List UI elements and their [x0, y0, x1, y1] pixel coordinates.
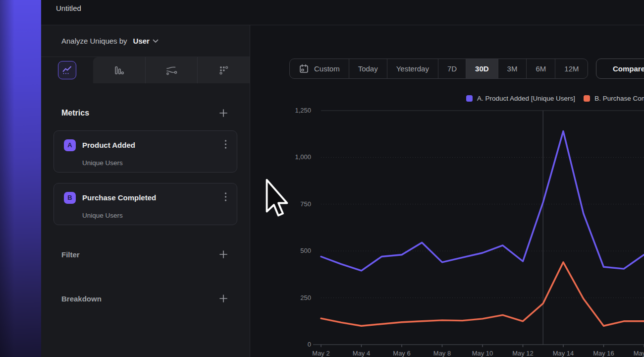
- y-tick-label: 750: [300, 200, 311, 208]
- breakdown-label: Breakdown: [61, 295, 102, 303]
- y-tick-label: 0: [308, 341, 311, 348]
- series-line-a[interactable]: [321, 131, 644, 271]
- legend-swatch-b: [584, 95, 590, 102]
- y-tick-label: 250: [300, 294, 311, 301]
- tab-line-chart[interactable]: [58, 61, 76, 79]
- metric-title: Product Added: [82, 141, 223, 149]
- tab-bar-chart[interactable]: [93, 57, 145, 83]
- x-tick-label: May 16: [593, 350, 614, 357]
- calendar-icon: [299, 63, 309, 74]
- breakdown-section-header: Breakdown: [41, 291, 250, 306]
- x-tick-label: May 6: [393, 350, 410, 357]
- x-tick-label: May 14: [553, 350, 574, 357]
- metric-options-button[interactable]: [223, 190, 228, 205]
- metric-subtitle: Unique Users: [82, 159, 228, 167]
- query-sidebar: Analyze Uniques by User: [41, 25, 250, 357]
- metric-subtitle: Unique Users: [82, 212, 228, 219]
- legend-swatch-a: [466, 95, 473, 102]
- legend-label-b: B. Purchase Completed [Unique Users]: [594, 95, 644, 102]
- y-tick-label: 500: [300, 247, 311, 254]
- visualization-tabs: [41, 57, 250, 83]
- chart-plot-area: [321, 111, 644, 349]
- plus-icon: [219, 109, 228, 118]
- compare-button[interactable]: Compare: [596, 59, 644, 79]
- chart-panel: Custom Today Yesterday 7D 30D 3M 6M 12M …: [250, 25, 644, 357]
- kebab-menu-icon: [224, 139, 227, 149]
- range-yesterday[interactable]: Yesterday: [387, 59, 438, 78]
- add-metric-button[interactable]: [219, 109, 228, 118]
- range-custom[interactable]: Custom: [290, 59, 349, 78]
- add-breakdown-button[interactable]: [219, 294, 228, 303]
- filter-label: Filter: [61, 250, 80, 259]
- x-tick-label: May 12: [512, 350, 534, 357]
- x-tick-label: May 2: [312, 350, 329, 357]
- metrics-section-header: Metrics: [41, 106, 250, 120]
- chevron-down-icon: [153, 39, 159, 43]
- top-bar: Untitled: [41, 0, 644, 25]
- plus-icon: [219, 294, 228, 303]
- x-tick-label: May 4: [353, 350, 370, 357]
- metrics-label: Metrics: [61, 109, 89, 118]
- range-6m[interactable]: 6M: [526, 59, 555, 78]
- analyze-by-value: User: [133, 37, 150, 45]
- plus-icon: [219, 250, 228, 259]
- app-window: Untitled Analyze Uniques by User: [0, 0, 644, 357]
- range-12m[interactable]: 12M: [555, 59, 588, 78]
- legend-item-a: A. Product Added [Unique Users]: [466, 95, 575, 102]
- metric-card-product-added[interactable]: A Product Added Unique Users: [54, 130, 237, 173]
- analyze-by-label: Analyze Uniques by: [61, 37, 127, 45]
- y-tick-label: 1,250: [295, 107, 311, 114]
- bar-chart-icon: [113, 65, 124, 76]
- metric-badge-a: A: [64, 139, 76, 151]
- legend-item-b: B. Purchase Completed [Unique Users]: [584, 95, 644, 102]
- metric-badge-b: B: [64, 192, 76, 204]
- range-30d[interactable]: 30D: [466, 59, 498, 78]
- retention-grid-icon: [218, 65, 229, 76]
- metric-card-purchase-completed[interactable]: B Purchase Completed Unique Users: [54, 183, 237, 225]
- line-chart-icon: [62, 65, 72, 75]
- range-7d[interactable]: 7D: [438, 59, 466, 78]
- report-panel: Untitled Analyze Uniques by User: [41, 0, 644, 357]
- background-gradient-strip: [0, 0, 41, 357]
- series-line-b[interactable]: [321, 262, 644, 326]
- tab-retention[interactable]: [197, 57, 250, 83]
- x-tick-label: May 8: [433, 350, 451, 357]
- line-chart[interactable]: 02505007501,0001,250 May 2May 4May 6May …: [321, 111, 644, 345]
- legend-label-a: A. Product Added [Unique Users]: [477, 95, 575, 102]
- y-tick-label: 1,000: [295, 153, 311, 161]
- analyze-by-row: Analyze Uniques by User: [41, 25, 250, 57]
- range-3m[interactable]: 3M: [498, 59, 527, 78]
- tab-flows[interactable]: [145, 57, 198, 83]
- visualization-tab-strip: [93, 57, 250, 83]
- range-today[interactable]: Today: [349, 59, 387, 78]
- x-tick-label: May 10: [472, 350, 493, 357]
- metric-title: Purchase Completed: [82, 193, 223, 202]
- flows-icon: [165, 65, 177, 76]
- filter-section-header: Filter: [41, 247, 250, 262]
- analyze-by-selector[interactable]: User: [133, 37, 159, 45]
- kebab-menu-icon: [224, 192, 227, 202]
- x-tick-label: May 18: [634, 350, 644, 357]
- report-title: Untitled: [56, 4, 81, 12]
- metric-options-button[interactable]: [223, 137, 228, 153]
- chart-legend: A. Product Added [Unique Users] B. Purch…: [466, 95, 644, 102]
- add-filter-button[interactable]: [219, 250, 228, 259]
- date-range-selector: Custom Today Yesterday 7D 30D 3M 6M 12M: [289, 59, 588, 79]
- y-axis-labels: 02505007501,0001,250: [281, 111, 311, 345]
